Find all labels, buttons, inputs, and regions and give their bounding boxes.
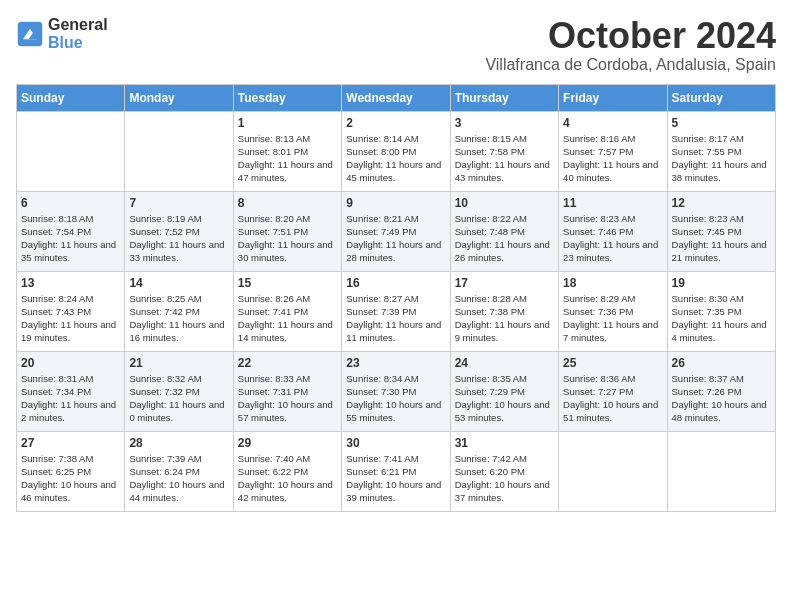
weekday-header-monday: Monday [125, 84, 233, 111]
logo-icon [16, 20, 44, 48]
day-info: Sunrise: 8:36 AMSunset: 7:27 PMDaylight:… [563, 372, 662, 425]
calendar-cell: 28Sunrise: 7:39 AMSunset: 6:24 PMDayligh… [125, 431, 233, 511]
title-block: October 2024 Villafranca de Cordoba, And… [485, 16, 776, 74]
day-number: 4 [563, 116, 662, 130]
calendar-cell: 14Sunrise: 8:25 AMSunset: 7:42 PMDayligh… [125, 271, 233, 351]
day-number: 27 [21, 436, 120, 450]
weekday-header-saturday: Saturday [667, 84, 775, 111]
calendar-cell: 5Sunrise: 8:17 AMSunset: 7:55 PMDaylight… [667, 111, 775, 191]
calendar-cell: 9Sunrise: 8:21 AMSunset: 7:49 PMDaylight… [342, 191, 450, 271]
location-subtitle: Villafranca de Cordoba, Andalusia, Spain [485, 56, 776, 74]
day-number: 23 [346, 356, 445, 370]
calendar-cell: 2Sunrise: 8:14 AMSunset: 8:00 PMDaylight… [342, 111, 450, 191]
calendar-cell: 15Sunrise: 8:26 AMSunset: 7:41 PMDayligh… [233, 271, 341, 351]
logo-general-text: General [48, 16, 108, 34]
day-info: Sunrise: 8:28 AMSunset: 7:38 PMDaylight:… [455, 292, 554, 345]
day-info: Sunrise: 8:16 AMSunset: 7:57 PMDaylight:… [563, 132, 662, 185]
day-info: Sunrise: 8:23 AMSunset: 7:46 PMDaylight:… [563, 212, 662, 265]
day-number: 28 [129, 436, 228, 450]
week-row-1: 1Sunrise: 8:13 AMSunset: 8:01 PMDaylight… [17, 111, 776, 191]
day-info: Sunrise: 8:18 AMSunset: 7:54 PMDaylight:… [21, 212, 120, 265]
weekday-header-sunday: Sunday [17, 84, 125, 111]
day-info: Sunrise: 8:24 AMSunset: 7:43 PMDaylight:… [21, 292, 120, 345]
day-info: Sunrise: 8:31 AMSunset: 7:34 PMDaylight:… [21, 372, 120, 425]
calendar-cell: 24Sunrise: 8:35 AMSunset: 7:29 PMDayligh… [450, 351, 558, 431]
day-info: Sunrise: 8:17 AMSunset: 7:55 PMDaylight:… [672, 132, 771, 185]
calendar-cell: 4Sunrise: 8:16 AMSunset: 7:57 PMDaylight… [559, 111, 667, 191]
day-number: 1 [238, 116, 337, 130]
day-number: 6 [21, 196, 120, 210]
day-number: 13 [21, 276, 120, 290]
calendar-cell: 19Sunrise: 8:30 AMSunset: 7:35 PMDayligh… [667, 271, 775, 351]
day-info: Sunrise: 8:29 AMSunset: 7:36 PMDaylight:… [563, 292, 662, 345]
day-info: Sunrise: 7:40 AMSunset: 6:22 PMDaylight:… [238, 452, 337, 505]
day-info: Sunrise: 8:25 AMSunset: 7:42 PMDaylight:… [129, 292, 228, 345]
week-row-5: 27Sunrise: 7:38 AMSunset: 6:25 PMDayligh… [17, 431, 776, 511]
day-number: 3 [455, 116, 554, 130]
calendar-cell [667, 431, 775, 511]
day-info: Sunrise: 7:42 AMSunset: 6:20 PMDaylight:… [455, 452, 554, 505]
calendar-cell: 11Sunrise: 8:23 AMSunset: 7:46 PMDayligh… [559, 191, 667, 271]
calendar-cell: 23Sunrise: 8:34 AMSunset: 7:30 PMDayligh… [342, 351, 450, 431]
calendar-cell [125, 111, 233, 191]
weekday-header-wednesday: Wednesday [342, 84, 450, 111]
day-info: Sunrise: 8:30 AMSunset: 7:35 PMDaylight:… [672, 292, 771, 345]
day-number: 21 [129, 356, 228, 370]
day-info: Sunrise: 8:22 AMSunset: 7:48 PMDaylight:… [455, 212, 554, 265]
calendar-cell: 26Sunrise: 8:37 AMSunset: 7:26 PMDayligh… [667, 351, 775, 431]
calendar-cell: 30Sunrise: 7:41 AMSunset: 6:21 PMDayligh… [342, 431, 450, 511]
week-row-4: 20Sunrise: 8:31 AMSunset: 7:34 PMDayligh… [17, 351, 776, 431]
day-number: 26 [672, 356, 771, 370]
calendar-cell: 31Sunrise: 7:42 AMSunset: 6:20 PMDayligh… [450, 431, 558, 511]
week-row-3: 13Sunrise: 8:24 AMSunset: 7:43 PMDayligh… [17, 271, 776, 351]
logo-blue-text: Blue [48, 34, 108, 52]
day-number: 9 [346, 196, 445, 210]
page-header: General Blue October 2024 Villafranca de… [16, 16, 776, 74]
header-row: SundayMondayTuesdayWednesdayThursdayFrid… [17, 84, 776, 111]
day-info: Sunrise: 7:39 AMSunset: 6:24 PMDaylight:… [129, 452, 228, 505]
calendar-cell: 21Sunrise: 8:32 AMSunset: 7:32 PMDayligh… [125, 351, 233, 431]
calendar-cell: 8Sunrise: 8:20 AMSunset: 7:51 PMDaylight… [233, 191, 341, 271]
day-number: 19 [672, 276, 771, 290]
day-info: Sunrise: 8:26 AMSunset: 7:41 PMDaylight:… [238, 292, 337, 345]
day-number: 8 [238, 196, 337, 210]
day-number: 5 [672, 116, 771, 130]
calendar-table: SundayMondayTuesdayWednesdayThursdayFrid… [16, 84, 776, 512]
day-number: 30 [346, 436, 445, 450]
day-number: 17 [455, 276, 554, 290]
day-info: Sunrise: 8:33 AMSunset: 7:31 PMDaylight:… [238, 372, 337, 425]
day-info: Sunrise: 8:35 AMSunset: 7:29 PMDaylight:… [455, 372, 554, 425]
day-info: Sunrise: 7:38 AMSunset: 6:25 PMDaylight:… [21, 452, 120, 505]
calendar-cell: 20Sunrise: 8:31 AMSunset: 7:34 PMDayligh… [17, 351, 125, 431]
day-info: Sunrise: 8:20 AMSunset: 7:51 PMDaylight:… [238, 212, 337, 265]
calendar-cell: 7Sunrise: 8:19 AMSunset: 7:52 PMDaylight… [125, 191, 233, 271]
day-info: Sunrise: 8:34 AMSunset: 7:30 PMDaylight:… [346, 372, 445, 425]
calendar-cell: 25Sunrise: 8:36 AMSunset: 7:27 PMDayligh… [559, 351, 667, 431]
day-info: Sunrise: 8:14 AMSunset: 8:00 PMDaylight:… [346, 132, 445, 185]
day-info: Sunrise: 8:27 AMSunset: 7:39 PMDaylight:… [346, 292, 445, 345]
day-number: 18 [563, 276, 662, 290]
calendar-cell: 12Sunrise: 8:23 AMSunset: 7:45 PMDayligh… [667, 191, 775, 271]
day-number: 7 [129, 196, 228, 210]
day-number: 31 [455, 436, 554, 450]
day-info: Sunrise: 8:23 AMSunset: 7:45 PMDaylight:… [672, 212, 771, 265]
day-info: Sunrise: 8:37 AMSunset: 7:26 PMDaylight:… [672, 372, 771, 425]
calendar-cell: 13Sunrise: 8:24 AMSunset: 7:43 PMDayligh… [17, 271, 125, 351]
day-number: 25 [563, 356, 662, 370]
weekday-header-friday: Friday [559, 84, 667, 111]
day-info: Sunrise: 8:32 AMSunset: 7:32 PMDaylight:… [129, 372, 228, 425]
day-number: 22 [238, 356, 337, 370]
day-number: 20 [21, 356, 120, 370]
calendar-cell [559, 431, 667, 511]
day-number: 15 [238, 276, 337, 290]
calendar-cell: 6Sunrise: 8:18 AMSunset: 7:54 PMDaylight… [17, 191, 125, 271]
day-number: 14 [129, 276, 228, 290]
calendar-cell: 10Sunrise: 8:22 AMSunset: 7:48 PMDayligh… [450, 191, 558, 271]
day-info: Sunrise: 8:19 AMSunset: 7:52 PMDaylight:… [129, 212, 228, 265]
calendar-cell: 1Sunrise: 8:13 AMSunset: 8:01 PMDaylight… [233, 111, 341, 191]
day-number: 10 [455, 196, 554, 210]
calendar-cell: 22Sunrise: 8:33 AMSunset: 7:31 PMDayligh… [233, 351, 341, 431]
calendar-cell: 16Sunrise: 8:27 AMSunset: 7:39 PMDayligh… [342, 271, 450, 351]
day-number: 24 [455, 356, 554, 370]
week-row-2: 6Sunrise: 8:18 AMSunset: 7:54 PMDaylight… [17, 191, 776, 271]
